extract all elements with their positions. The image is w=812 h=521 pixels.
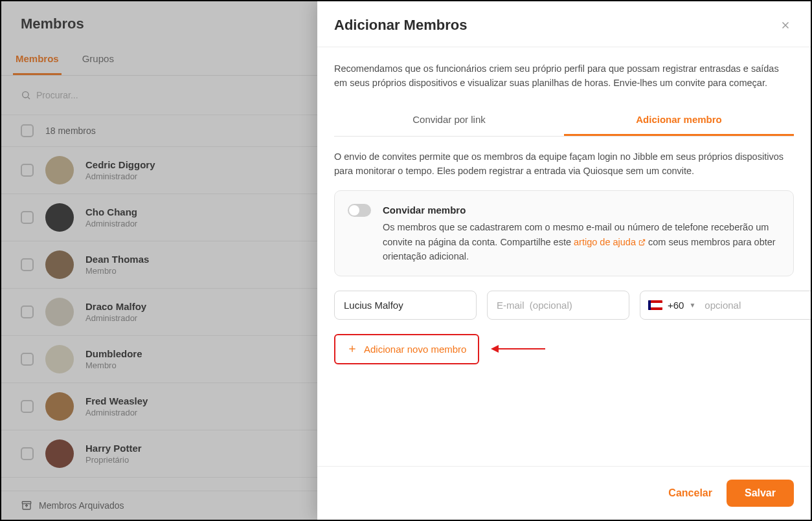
tab-invite-link[interactable]: Convidar por link — [334, 105, 564, 136]
invite-card-title: Convidar membro — [383, 203, 780, 217]
phone-field-wrap: +60 ▼ — [640, 291, 811, 320]
add-another-member-button[interactable]: Adicionar novo membro — [334, 334, 479, 364]
modal-tabs: Convidar por link Adicionar membro — [334, 105, 794, 137]
modal-footer: Cancelar Salvar — [317, 466, 811, 520]
name-field[interactable] — [334, 291, 477, 320]
invite-card-body: Convidar membro Os membros que se cadast… — [383, 203, 780, 264]
chevron-down-icon[interactable]: ▼ — [689, 302, 695, 309]
add-members-modal: Adicionar Membros Recomendamos que os fu… — [317, 1, 811, 520]
add-another-label: Adicionar novo membro — [364, 344, 466, 355]
cancel-button[interactable]: Cancelar — [668, 487, 712, 499]
invite-toggle[interactable] — [348, 204, 371, 217]
annotation-arrow — [491, 345, 545, 353]
modal-body: Recomendamos que os funcionários criem s… — [317, 47, 811, 466]
external-link-icon — [638, 239, 646, 246]
help-article-link[interactable]: artigo de ajuda — [574, 237, 646, 247]
email-field[interactable] — [487, 291, 629, 320]
help-link-text: artigo de ajuda — [574, 237, 636, 247]
close-button[interactable] — [777, 17, 794, 34]
save-button[interactable]: Salvar — [727, 480, 794, 507]
modal-subtext: O envio de convites permite que os membr… — [334, 150, 794, 179]
invite-card: Convidar membro Os membros que se cadast… — [334, 190, 794, 276]
modal-title: Adicionar Membros — [334, 17, 467, 34]
member-fields: +60 ▼ — [334, 291, 794, 320]
modal-intro: Recomendamos que os funcionários criem s… — [334, 61, 794, 91]
country-flag-icon[interactable] — [648, 300, 662, 310]
svg-line-7 — [642, 239, 645, 243]
plus-icon — [347, 344, 357, 354]
dial-code: +60 — [668, 300, 684, 311]
modal-header: Adicionar Membros — [317, 1, 811, 47]
phone-field[interactable] — [705, 291, 811, 319]
tab-add-member[interactable]: Adicionar membro — [564, 105, 794, 136]
